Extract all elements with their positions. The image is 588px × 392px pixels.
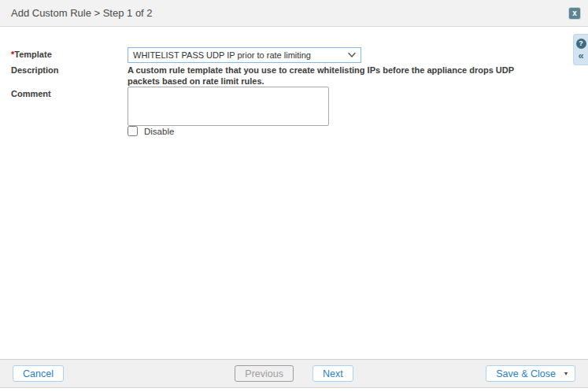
help-panel-tab: ? «: [573, 34, 588, 65]
comment-row: Comment: [11, 87, 557, 126]
save-and-close-button[interactable]: Save & Close▾: [486, 365, 575, 382]
dialog-titlebar: Add Custom Rule > Step 1 of 2 x: [0, 0, 588, 27]
save-and-close-label: Save & Close: [496, 368, 556, 379]
dialog-footer: Cancel Previous Next Save & Close▾: [0, 359, 588, 388]
template-label: *Template: [11, 47, 128, 59]
template-select[interactable]: WHITELIST PASS UDP IP prior to rate limi…: [128, 47, 361, 63]
rule-form: *Template WHITELIST PASS UDP IP prior to…: [0, 27, 588, 136]
template-select-wrap: WHITELIST PASS UDP IP prior to rate limi…: [128, 47, 361, 63]
disable-field: Disable: [128, 126, 174, 136]
disable-row-spacer: [11, 126, 128, 128]
description-text: A custom rule template that you use to c…: [128, 63, 515, 87]
next-button[interactable]: Next: [312, 365, 353, 382]
bottom-strip: [0, 388, 588, 392]
cancel-button[interactable]: Cancel: [13, 365, 64, 382]
dialog-content: ? « *Template WHITELIST PASS UDP IP prio…: [0, 27, 588, 359]
template-row: *Template WHITELIST PASS UDP IP prior to…: [11, 47, 557, 63]
help-icon[interactable]: ?: [576, 39, 586, 49]
comment-input[interactable]: [128, 87, 329, 126]
add-custom-rule-dialog: Add Custom Rule > Step 1 of 2 x ? « *Tem…: [0, 0, 588, 392]
disable-label: Disable: [144, 127, 174, 136]
close-icon[interactable]: x: [569, 8, 580, 19]
description-row: Description A custom rule template that …: [11, 63, 557, 87]
collapse-panel-icon[interactable]: «: [578, 51, 583, 61]
description-label: Description: [11, 63, 128, 75]
comment-label: Comment: [11, 87, 128, 98]
caret-down-icon: ▾: [564, 371, 568, 377]
template-label-text: Template: [14, 50, 51, 59]
footer-left: Cancel: [13, 365, 64, 382]
disable-row: Disable: [11, 126, 557, 136]
previous-button[interactable]: Previous: [235, 365, 294, 382]
disable-checkbox[interactable]: [128, 126, 138, 136]
footer-right: Save & Close▾: [486, 365, 575, 382]
dialog-title: Add Custom Rule > Step 1 of 2: [11, 7, 569, 19]
